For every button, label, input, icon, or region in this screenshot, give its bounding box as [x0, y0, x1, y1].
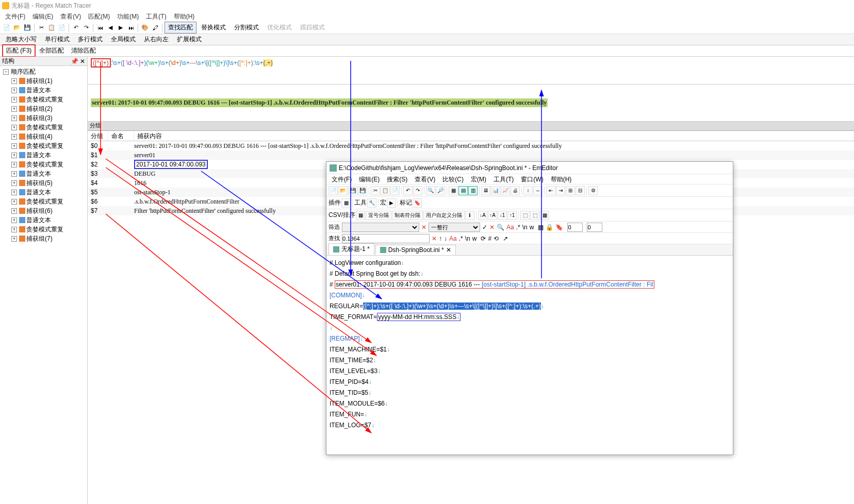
em-icon[interactable]: 🔖 [555, 224, 563, 231]
tree-item[interactable]: +贪婪模式重复 [1, 225, 86, 234]
tree-item[interactable]: +贪婪模式重复 [1, 95, 86, 104]
em-icon[interactable]: ⟲ [494, 235, 499, 242]
tree-item[interactable]: +贪婪模式重复 [1, 123, 86, 132]
em-saveall-icon[interactable]: 💾 [358, 186, 367, 195]
em-icon[interactable]: 🔍 [497, 224, 504, 231]
em-menu-window[interactable]: 窗口(W) [518, 174, 546, 184]
em-icon[interactable]: w [472, 235, 477, 242]
tree-expand-icon[interactable]: + [11, 143, 17, 149]
tree-expand-icon[interactable]: + [11, 125, 17, 130]
em-icon[interactable]: ⟳ [481, 235, 486, 242]
tree-expand-icon[interactable]: + [11, 199, 17, 205]
tree-item[interactable]: +贪婪模式重复 [1, 141, 86, 150]
tree-expand-icon[interactable]: + [11, 217, 17, 223]
em-csv-btn1[interactable]: 逗号分隔 [366, 211, 391, 220]
em-find-next-icon[interactable]: ↓ [444, 235, 447, 242]
structure-tree[interactable]: − 顺序匹配 +捕获组(1)+普通文本+贪婪模式重复+捕获组(2)+捕获组(3)… [0, 66, 87, 244]
em-csv-btn2[interactable]: 制表符分隔 [392, 211, 423, 220]
tree-item[interactable]: +普通文本 [1, 188, 86, 197]
match-all-button[interactable]: 全部匹配 [36, 45, 68, 57]
tree-item[interactable]: +捕获组(1) [1, 76, 86, 86]
menu-tools[interactable]: 工具(T) [143, 11, 169, 22]
em-find-prev-icon[interactable]: ↑ [439, 235, 442, 242]
tree-item[interactable]: +捕获组(5) [1, 178, 86, 188]
tree-item[interactable]: +捕获组(7) [1, 234, 86, 243]
tree-expand-icon[interactable]: + [11, 180, 17, 186]
em-tool-icon[interactable]: 🔧 [367, 198, 376, 208]
menu-file[interactable]: 文件(F) [2, 11, 28, 22]
em-icon[interactable]: \n [465, 235, 470, 242]
mode-replace[interactable]: 替换模式 [198, 22, 229, 33]
tree-expand-icon[interactable]: + [11, 106, 17, 112]
em-copy-icon[interactable]: 📋 [381, 186, 390, 195]
em-csv-btn3[interactable]: 用户自定义分隔 [423, 211, 465, 220]
em-btn-icon[interactable]: 🖥 [481, 186, 490, 195]
em-btn-icon[interactable]: ↕ [523, 186, 533, 195]
em-icon[interactable]: ⬚ [520, 211, 530, 220]
paste-icon[interactable]: 📄 [57, 23, 67, 32]
em-icon[interactable]: w [530, 224, 534, 231]
em-plugin-icon[interactable]: ▦ [341, 198, 351, 208]
table-row[interactable]: $1server01 [88, 150, 854, 160]
em-sort-icon[interactable]: ↓1 [498, 211, 507, 220]
opt-global[interactable]: 全局模式 [107, 33, 139, 45]
tree-item[interactable]: +普通文本 [1, 150, 86, 160]
opt-ignorecase[interactable]: 忽略大小写 [2, 33, 40, 45]
em-icon[interactable]: Aa [506, 224, 514, 231]
redo-icon[interactable]: ↷ [81, 23, 91, 32]
tree-collapse-icon[interactable]: − [3, 69, 9, 75]
em-btn-icon[interactable]: ▤ [458, 186, 468, 195]
new-icon[interactable]: 📄 [2, 23, 11, 32]
em-filter-cancel-icon[interactable]: ✕ [489, 224, 495, 231]
em-new-icon[interactable]: 📄 [329, 186, 338, 195]
pin-icon[interactable]: 📌 ✕ [71, 58, 85, 65]
mode-optimize[interactable]: 优化模式 [264, 22, 295, 33]
em-menu-search[interactable]: 搜索(S) [384, 174, 410, 184]
tree-item[interactable]: +捕获组(4) [1, 132, 86, 141]
tree-expand-icon[interactable]: + [11, 153, 17, 158]
table-row[interactable]: $0server01: 2017-10-01 09:47:00.093 DEBU… [88, 141, 854, 150]
emeditor-window[interactable]: E:\CodeGithub\fishjam_LogViewer\x64\Rele… [326, 161, 733, 455]
em-icon[interactable]: ↗ [503, 235, 508, 242]
em-macro-icon[interactable]: ▶ [387, 198, 396, 208]
open-icon[interactable]: 📂 [12, 23, 22, 32]
opt-extended[interactable]: 扩展模式 [173, 33, 205, 45]
highlight-icon[interactable]: 🖍 [151, 23, 160, 32]
em-icon[interactable]: \n [522, 224, 528, 231]
em-paste-icon[interactable]: 📄 [390, 186, 400, 195]
menu-help[interactable]: 帮助(H) [171, 11, 198, 22]
tree-item[interactable]: +贪婪模式重复 [1, 197, 86, 206]
tree-expand-icon[interactable]: + [11, 227, 17, 232]
em-sort-icon[interactable]: ↑1 [507, 211, 517, 220]
regex-input[interactable]: ([^:]+):\s+([ \d-:\.]+)(\w+)\s+(\d+)\s+-… [88, 57, 854, 85]
em-sort-icon[interactable]: ↓A [478, 211, 487, 220]
em-menu-edit[interactable]: 编辑(E) [356, 174, 383, 184]
test-input[interactable]: server01: 2017-10-01 09:47:00.093 DEBUG … [88, 85, 854, 122]
em-icon[interactable]: # [488, 235, 491, 242]
em-menu-file[interactable]: 文件(F) [329, 174, 355, 184]
em-redo-icon[interactable]: ↷ [413, 186, 422, 195]
tab-close-icon[interactable]: ✕ [446, 246, 451, 254]
tree-expand-icon[interactable]: + [11, 115, 17, 121]
emeditor-titlebar[interactable]: E:\CodeGithub\fishjam_LogViewer\x64\Rele… [326, 162, 733, 174]
em-filter-x-icon[interactable]: ✕ [421, 224, 426, 231]
em-menu-view[interactable]: 查看(V) [412, 174, 438, 184]
em-sort-icon[interactable]: ↑A [488, 211, 497, 220]
em-btn-icon[interactable]: ▥ [468, 186, 478, 195]
em-csv-icon[interactable]: ℹ [465, 211, 474, 220]
menu-func[interactable]: 功能(M) [114, 11, 142, 22]
save-icon[interactable]: 💾 [23, 23, 32, 32]
em-tab-untitled[interactable]: 无标题-1 * [329, 243, 374, 255]
em-btn-icon[interactable]: 🖨 [511, 186, 520, 195]
em-undo-icon[interactable]: ↶ [403, 186, 413, 195]
tree-item[interactable]: +捕获组(6) [1, 206, 86, 215]
cut-icon[interactable]: ✂ [37, 23, 46, 32]
nav-next-icon[interactable]: ▶ [116, 23, 125, 32]
em-menu-help[interactable]: 帮助(H) [548, 174, 575, 184]
em-btn-icon[interactable]: ⊟ [576, 186, 585, 195]
em-icon[interactable]: ⬚ [530, 211, 539, 220]
opt-singleline[interactable]: 单行模式 [41, 33, 73, 45]
em-mark-icon[interactable]: 🔖 [413, 198, 422, 208]
em-icon[interactable]: .* [516, 224, 520, 231]
em-filter-go-icon[interactable]: ✓ [482, 224, 487, 231]
